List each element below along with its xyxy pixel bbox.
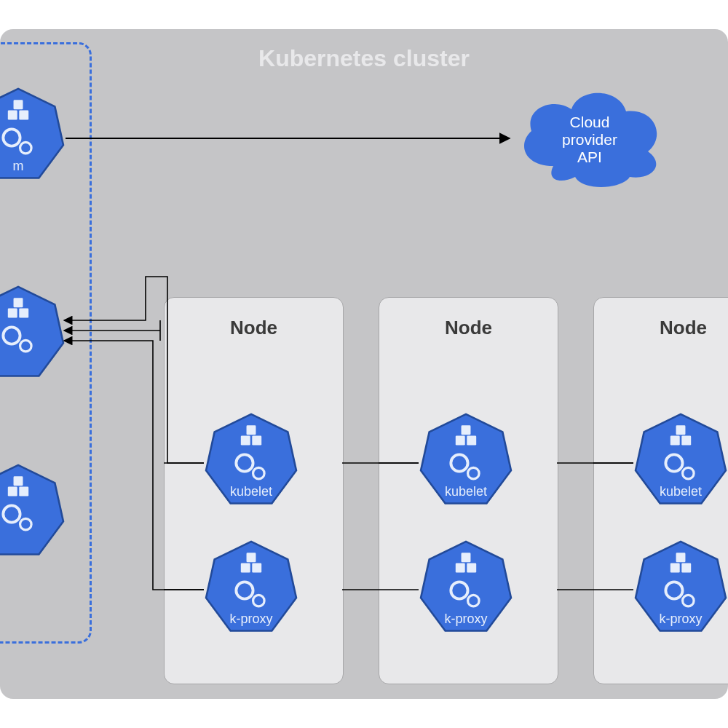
svg-rect-15 — [14, 476, 23, 486]
svg-rect-26 — [252, 563, 261, 573]
heptagon-icon — [204, 539, 298, 642]
svg-rect-38 — [467, 563, 476, 573]
svg-rect-9 — [14, 298, 23, 307]
svg-rect-14 — [19, 487, 28, 496]
svg-marker-12 — [0, 465, 63, 555]
svg-rect-50 — [681, 563, 691, 573]
svg-rect-3 — [14, 100, 23, 109]
svg-rect-44 — [681, 436, 691, 446]
heptagon-icon — [0, 462, 66, 566]
heptagon-icon — [633, 411, 728, 515]
kubelet-2: kubelet — [419, 411, 513, 515]
control-plane-component-ccm: m — [0, 86, 66, 189]
heptagon-icon — [633, 539, 728, 642]
control-plane-component-api — [0, 284, 66, 387]
cloud-provider-api: Cloud provider API — [510, 79, 670, 195]
svg-rect-33 — [462, 425, 471, 435]
svg-rect-1 — [8, 111, 17, 120]
node-title: Node — [165, 317, 343, 339]
cluster-title: Kubernetes cluster — [0, 45, 728, 72]
kproxy-2: k-proxy — [419, 539, 513, 642]
svg-rect-20 — [252, 436, 261, 446]
node-title: Node — [379, 317, 558, 339]
heptagon-icon — [0, 86, 66, 189]
node-title: Node — [594, 317, 728, 339]
svg-rect-39 — [462, 553, 471, 562]
svg-rect-49 — [670, 563, 680, 573]
svg-rect-51 — [676, 553, 686, 562]
svg-rect-2 — [19, 111, 28, 120]
heptagon-icon — [419, 411, 513, 515]
kproxy-1: k-proxy — [204, 539, 298, 642]
svg-marker-0 — [0, 89, 63, 178]
control-plane-component-sched — [0, 462, 66, 566]
kproxy-3: k-proxy — [633, 539, 728, 642]
svg-rect-7 — [8, 309, 17, 318]
heptagon-icon — [419, 539, 513, 642]
svg-rect-27 — [247, 553, 256, 562]
svg-rect-43 — [670, 436, 680, 446]
svg-rect-37 — [456, 563, 465, 573]
svg-rect-25 — [241, 563, 250, 573]
svg-rect-19 — [241, 436, 250, 446]
heptagon-icon — [204, 411, 298, 515]
svg-rect-31 — [456, 436, 465, 446]
svg-marker-6 — [0, 287, 63, 376]
kubelet-1: kubelet — [204, 411, 298, 515]
cloud-label: Cloud provider API — [510, 114, 670, 166]
svg-rect-13 — [8, 487, 17, 496]
heptagon-icon — [0, 284, 66, 387]
kubelet-3: kubelet — [633, 411, 728, 515]
svg-rect-45 — [676, 425, 686, 435]
svg-rect-8 — [19, 309, 28, 318]
svg-rect-21 — [247, 425, 256, 435]
svg-rect-32 — [467, 436, 476, 446]
